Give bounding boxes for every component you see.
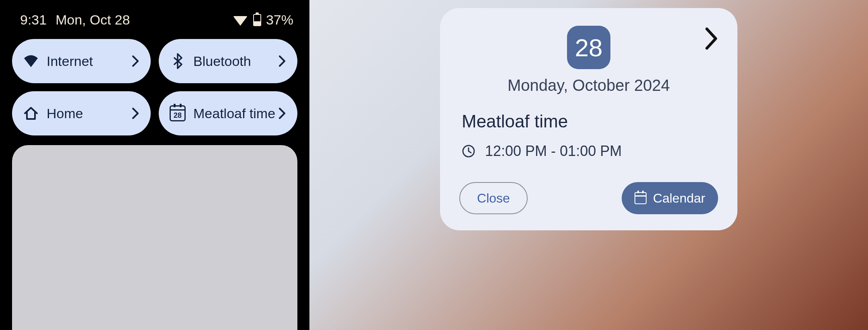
- qs-tile-label: Home: [47, 106, 132, 121]
- battery-percent: 37%: [266, 12, 293, 28]
- notification-shade: 9:31 Mon, Oct 28 37% Internet Bluetooth: [0, 0, 309, 330]
- calendar-icon: [635, 192, 647, 204]
- open-calendar-button[interactable]: Calendar: [622, 182, 718, 214]
- qs-tile-home[interactable]: Home: [12, 91, 151, 135]
- status-left: 9:31 Mon, Oct 28: [20, 12, 130, 28]
- bluetooth-icon: [169, 53, 186, 69]
- wifi-icon: [23, 55, 39, 67]
- event-time: 12:00 PM - 01:00 PM: [485, 143, 622, 160]
- qs-tile-label: Internet: [47, 53, 132, 69]
- event-title: Meatloaf time: [459, 111, 718, 131]
- chevron-right-icon: [279, 108, 285, 119]
- qs-tile-calendar-event[interactable]: 28 Meatloaf time: [159, 91, 297, 135]
- qs-tile-internet[interactable]: Internet: [12, 39, 151, 83]
- date-badge: 28: [567, 26, 610, 69]
- calendar-icon: 28: [169, 105, 186, 121]
- calendar-event-card: 28 Monday, October 2024 Meatloaf time 12…: [440, 8, 737, 230]
- status-right: 37%: [233, 12, 293, 28]
- wallpaper-area: 28 Monday, October 2024 Meatloaf time 12…: [309, 0, 868, 330]
- qs-tile-bluetooth[interactable]: Bluetooth: [159, 39, 297, 83]
- clock-icon: [462, 144, 475, 158]
- qs-tile-label: Bluetooth: [193, 53, 279, 69]
- close-button[interactable]: Close: [459, 182, 528, 214]
- calendar-button-label: Calendar: [653, 191, 705, 206]
- chevron-right-icon: [132, 108, 139, 119]
- wifi-icon: [233, 16, 248, 26]
- battery-icon: [253, 14, 261, 26]
- card-actions: Close Calendar: [459, 182, 718, 214]
- qs-tile-label: Meatloaf time: [193, 106, 279, 121]
- quick-settings-grid: Internet Bluetooth Home 2: [0, 32, 309, 148]
- status-date: Mon, Oct 28: [55, 12, 130, 28]
- notification-list-area[interactable]: [12, 145, 297, 330]
- date-full: Monday, October 2024: [459, 76, 718, 94]
- chevron-right-icon: [279, 55, 285, 67]
- status-time: 9:31: [20, 12, 47, 28]
- event-time-row: 12:00 PM - 01:00 PM: [459, 143, 718, 160]
- home-icon: [23, 106, 39, 121]
- date-day-number: 28: [575, 33, 603, 62]
- chevron-right-icon: [132, 55, 139, 67]
- status-bar: 9:31 Mon, Oct 28 37%: [0, 0, 309, 32]
- next-button[interactable]: [704, 27, 718, 50]
- close-button-label: Close: [477, 191, 510, 206]
